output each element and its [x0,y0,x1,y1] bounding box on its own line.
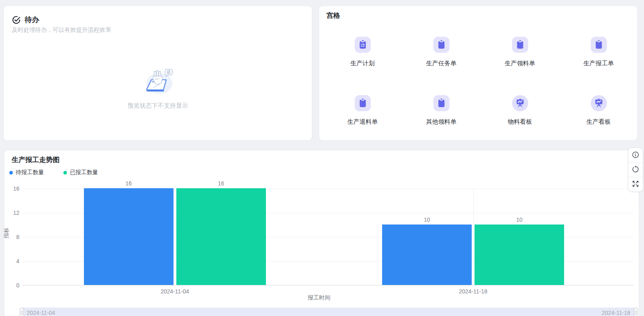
y-tick-label: 4 [6,258,19,264]
chart-card: 生产报工走势图 待报工数量已报工数量 指标 报工时间 0481216161620… [4,150,639,316]
grid-item-label: 生产计划 [351,60,375,67]
toolbar-refresh-button[interactable] [628,162,643,177]
bar-series1-cat2[interactable] [382,225,472,285]
clipboard-icon [433,95,450,111]
grid-item[interactable]: 生产计划 [323,37,402,67]
todo-subtitle: 及时处理待办，可以有效提升流程效率 [12,26,111,34]
x-grid-line [175,189,175,285]
x-tick-label: 2024-11-18 [459,288,487,295]
grid-item[interactable]: 其他领料单 [402,95,481,125]
datazoom-left-handle[interactable] [20,308,24,316]
legend-dot-icon [63,171,67,175]
grid-item[interactable]: 生产退料单 [323,95,402,125]
todo-card: 待办 及时处理待办，可以有效提升流程效率 [3,6,312,141]
grid-item[interactable]: 物料看板 [481,95,559,125]
empty-illustration [140,91,176,98]
grid-item-label: 生产任务单 [426,60,456,67]
bar-value-label: 16 [218,180,224,187]
empty-state-text: 预览状态下不支持显示 [4,102,312,110]
grid-item-label: 其他领料单 [426,118,456,125]
x-tick-label: 2024-11-04 [161,288,189,295]
clipboard-icon [433,37,450,53]
board-chart-icon [591,95,607,111]
grid-item[interactable]: 生产领料单 [481,37,559,67]
y-tick-label: 0 [6,282,19,289]
grid-item[interactable]: 生产看板 [559,95,638,125]
legend-label: 已报工数量 [70,169,98,176]
grid-items: 生产计划 生产任务单 生产领料单 生产报工单 生产退料单 其他领料单 [323,37,638,125]
clipboard-list-icon [355,37,371,53]
legend-dot-icon [9,171,13,175]
bar-value-label: 10 [516,216,523,223]
todo-title: 待办 [25,15,39,25]
legend-label: 待报工数量 [16,169,44,176]
board-chart-icon [512,95,528,111]
handle-grip-icon [21,310,23,315]
todo-empty-state: 预览状态下不支持显示 [4,67,312,110]
info-icon [631,151,640,160]
handle-grip-icon [635,310,637,315]
grid-item-label: 生产报工单 [583,60,614,67]
check-circle-icon [12,15,21,25]
bar-value-label: 16 [125,180,132,187]
refresh-icon [631,165,640,175]
grid-item-label: 生产领料单 [505,60,535,67]
toolbar-info-button[interactable] [628,148,643,162]
x-axis-name: 报工时间 [308,294,330,301]
y-tick-label: 8 [6,234,19,240]
grid-item[interactable]: 生产报工单 [559,37,638,67]
bar-series1-cat1[interactable] [84,188,174,285]
todo-header: 待办 [12,15,39,25]
y-tick-label: 12 [6,210,19,216]
datazoom-right-handle[interactable] [634,308,638,316]
chart-title: 生产报工走势图 [12,155,60,164]
grid-card: 宫格 生产计划 生产任务单 生产领料单 生产报工单 [319,6,638,141]
x-grid-line [473,189,474,285]
toolbar-fullscreen-button[interactable] [628,177,643,191]
clipboard-icon [355,95,371,111]
bar-series2-cat1[interactable] [176,188,266,285]
datazoom-start-label: 2024-11-04 [27,308,55,316]
chart-legend: 待报工数量已报工数量 [9,169,117,176]
bar-series2-cat2[interactable] [475,225,564,285]
grid-card-title: 宫格 [326,11,340,20]
x-axis-line [23,285,634,285]
legend-item[interactable]: 已报工数量 [63,169,98,176]
plot-area: 指标 报工时间 048121616162024-11-0410102024-11… [23,189,634,285]
dashboard-page: 待办 及时处理待办，可以有效提升流程效率 [0,0,644,316]
datazoom-slider[interactable]: 2024-11-04 2024-11-18 [22,308,636,316]
grid-item-label: 物料看板 [508,118,532,125]
fullscreen-icon [631,180,640,189]
bar-value-label: 10 [424,216,430,223]
grid-item-label: 生产退料单 [347,118,378,125]
y-tick-label: 16 [6,185,19,192]
clipboard-icon [591,37,607,53]
grid-item[interactable]: 生产任务单 [402,37,481,67]
chart-toolbar [628,148,643,192]
grid-item-label: 生产看板 [587,118,611,125]
legend-item[interactable]: 待报工数量 [9,169,44,176]
datazoom-end-label: 2024-11-18 [602,308,630,316]
clipboard-icon [512,37,528,53]
